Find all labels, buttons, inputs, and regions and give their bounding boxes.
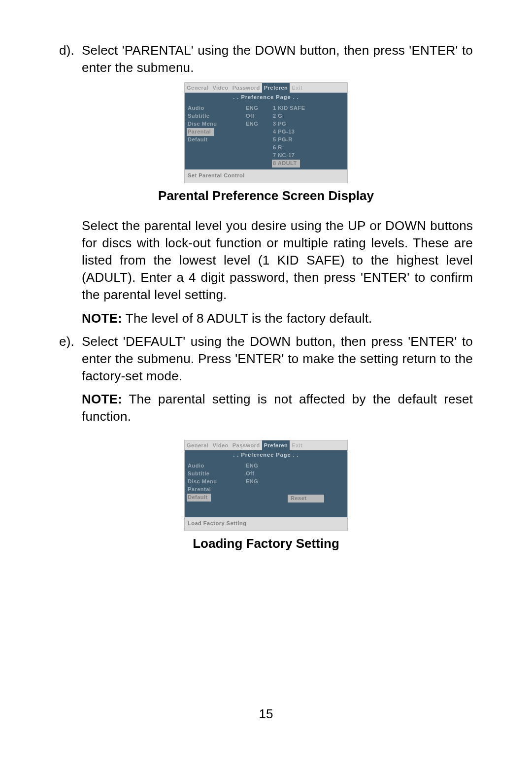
menu2-audio[interactable]: Audio bbox=[188, 463, 204, 469]
note-1-label: NOTE: bbox=[82, 311, 122, 326]
note-1: NOTE: The level of 8 ADULT is the factor… bbox=[82, 310, 473, 327]
tab2-exit[interactable]: Exit bbox=[290, 440, 304, 450]
step-d: d). Select 'PARENTAL' using the DOWN but… bbox=[59, 42, 473, 76]
tab2-general[interactable]: General bbox=[185, 440, 210, 450]
tab2-preference[interactable]: Preferen bbox=[262, 440, 290, 450]
step-d-label: d). bbox=[59, 42, 82, 76]
osd-menu-values: ENG Off ENG bbox=[246, 104, 273, 167]
tab2-video[interactable]: Video bbox=[210, 440, 230, 450]
osd-footer-parental: Set Parental Control bbox=[185, 169, 347, 183]
menu-parental[interactable]: Parental bbox=[187, 128, 214, 136]
menu2-default[interactable]: Default bbox=[187, 494, 211, 502]
rating-3[interactable]: 3 PG bbox=[273, 121, 286, 127]
tab2-password[interactable]: Password bbox=[231, 440, 262, 450]
osd2-menu-items: Audio Subtitle Disc Menu Parental Defaul… bbox=[185, 462, 246, 515]
step-e: e). Select 'DEFAULT' using the DOWN butt… bbox=[59, 333, 473, 385]
step-e-text: Select 'DEFAULT' using the DOWN button, … bbox=[82, 333, 473, 385]
menu2-parental[interactable]: Parental bbox=[188, 486, 211, 492]
parental-description: Select the parental level you desire usi… bbox=[82, 217, 473, 303]
osd-parental-wrap: General Video Password Preferen Exit . .… bbox=[59, 82, 473, 183]
osd-tabs: General Video Password Preferen Exit bbox=[185, 83, 347, 93]
rating-8[interactable]: 8 ADULT bbox=[272, 160, 300, 167]
note-1-text: The level of 8 ADULT is the factory defa… bbox=[122, 311, 372, 326]
value2-audio: ENG bbox=[246, 462, 273, 470]
menu-audio[interactable]: Audio bbox=[188, 105, 204, 111]
osd-body-2: Audio Subtitle Disc Menu Parental Defaul… bbox=[185, 460, 347, 517]
menu-discmenu[interactable]: Disc Menu bbox=[188, 121, 217, 127]
osd2-right: Reset bbox=[273, 462, 347, 515]
osd-tabs-2: General Video Password Preferen Exit bbox=[185, 440, 347, 450]
osd-body: Audio Subtitle Disc Menu Parental Defaul… bbox=[185, 102, 347, 169]
rating-2[interactable]: 2 G bbox=[273, 113, 282, 119]
tab-video[interactable]: Video bbox=[210, 83, 230, 93]
reset-option[interactable]: Reset bbox=[288, 495, 324, 502]
osd-footer-default: Load Factory Setting bbox=[185, 517, 347, 531]
osd2-menu-values: ENG Off ENG bbox=[246, 462, 273, 515]
caption-default: Loading Factory Setting bbox=[59, 536, 473, 551]
rating-7[interactable]: 7 NC-17 bbox=[273, 152, 295, 158]
note-2: NOTE: The parental setting is not affect… bbox=[82, 391, 473, 425]
manual-page: d). Select 'PARENTAL' using the DOWN but… bbox=[0, 0, 532, 770]
osd-parental: General Video Password Preferen Exit . .… bbox=[184, 82, 348, 183]
value-discmenu: ENG bbox=[246, 120, 273, 128]
rating-5[interactable]: 5 PG-R bbox=[273, 136, 293, 142]
note-2-label: NOTE: bbox=[82, 392, 122, 406]
value-audio: ENG bbox=[246, 104, 273, 112]
osd-menu-items: Audio Subtitle Disc Menu Parental Defaul… bbox=[185, 104, 246, 167]
osd-ratings: 1 KID SAFE 2 G 3 PG 4 PG-13 5 PG-R 6 R 7… bbox=[273, 104, 347, 167]
menu2-discmenu[interactable]: Disc Menu bbox=[188, 478, 217, 484]
osd-default: General Video Password Preferen Exit . .… bbox=[184, 440, 348, 531]
note-2-text: The parental setting is not affected by … bbox=[82, 392, 473, 424]
rating-4[interactable]: 4 PG-13 bbox=[273, 129, 295, 134]
rating-1[interactable]: 1 KID SAFE bbox=[273, 105, 305, 111]
page-number: 15 bbox=[0, 706, 532, 722]
value2-discmenu: ENG bbox=[246, 478, 273, 486]
tab-preference[interactable]: Preferen bbox=[262, 83, 290, 93]
menu-default[interactable]: Default bbox=[188, 136, 208, 142]
osd-title: . . Preference Page . . bbox=[185, 93, 347, 102]
rating-6[interactable]: 6 R bbox=[273, 144, 282, 150]
step-d-text: Select 'PARENTAL' using the DOWN button,… bbox=[82, 42, 473, 76]
value-subtitle: Off bbox=[246, 112, 273, 120]
tab-password[interactable]: Password bbox=[231, 83, 262, 93]
tab-general[interactable]: General bbox=[185, 83, 210, 93]
step-e-label: e). bbox=[59, 333, 82, 385]
osd-title-2: . . Preference Page . . bbox=[185, 450, 347, 460]
menu2-subtitle[interactable]: Subtitle bbox=[188, 470, 209, 476]
menu-subtitle[interactable]: Subtitle bbox=[188, 113, 209, 119]
value2-subtitle: Off bbox=[246, 470, 273, 478]
osd-default-wrap: General Video Password Preferen Exit . .… bbox=[59, 440, 473, 531]
caption-parental: Parental Preference Screen Display bbox=[59, 188, 473, 203]
tab-exit[interactable]: Exit bbox=[290, 83, 304, 93]
